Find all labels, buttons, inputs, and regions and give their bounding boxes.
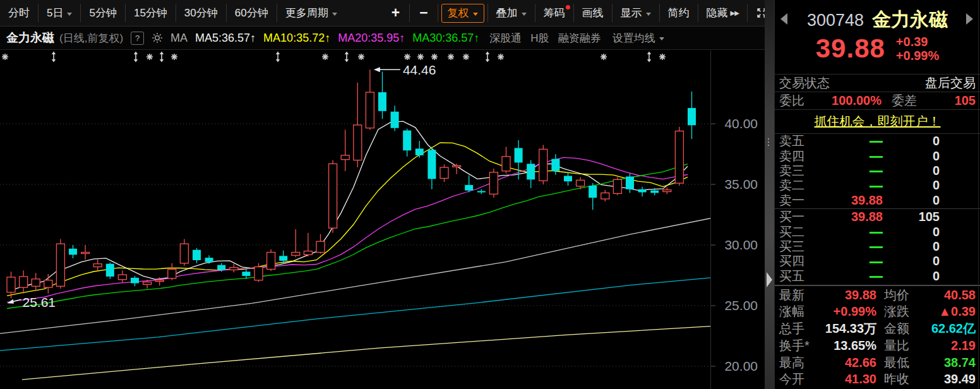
empty-price-dash bbox=[869, 276, 883, 278]
candle-down bbox=[217, 265, 225, 270]
price-axis-label: 35.00 bbox=[712, 177, 758, 192]
stat-row: 涨幅+0.99%涨跌▲0.39 bbox=[775, 304, 980, 321]
candle-up bbox=[601, 193, 609, 199]
bid-price bbox=[812, 269, 883, 284]
stat-row: 总手154.33万金额62.62亿 bbox=[775, 320, 980, 337]
bid-volume: 0 bbox=[883, 254, 940, 268]
ask-price: 39.88 bbox=[812, 193, 883, 208]
candle-down bbox=[106, 264, 114, 277]
bid-volume: 105 bbox=[883, 210, 940, 224]
prev-stock-arrow-icon[interactable] bbox=[780, 13, 787, 25]
event-updown-icon bbox=[160, 52, 164, 55]
ask-volume: 0 bbox=[883, 164, 940, 178]
panel-splitter[interactable] bbox=[765, 0, 774, 389]
candle-down bbox=[415, 148, 424, 155]
candle-up bbox=[44, 280, 52, 288]
candle-up bbox=[613, 179, 621, 193]
next-stock-arrow-icon[interactable] bbox=[966, 13, 973, 25]
stat-value: 42.66 bbox=[818, 356, 876, 370]
stat-label: 涨幅 bbox=[779, 303, 818, 320]
candle-down bbox=[551, 159, 559, 171]
stat-label: 换手* bbox=[779, 337, 818, 354]
event-updown-icon bbox=[134, 59, 138, 63]
ask-volume: 0 bbox=[883, 134, 940, 148]
candle-up bbox=[354, 125, 362, 160]
candle-up bbox=[316, 241, 325, 252]
empty-price-dash bbox=[869, 232, 883, 234]
annotation-arrow bbox=[374, 67, 380, 72]
candle-up bbox=[292, 253, 300, 256]
splitter-grip-icon bbox=[767, 138, 771, 148]
candle-down bbox=[688, 108, 696, 125]
stat-value: 154.33万 bbox=[818, 320, 876, 337]
stat-label: 最高 bbox=[779, 354, 818, 371]
empty-price-dash bbox=[869, 141, 883, 143]
candlestick-chart[interactable]: 44.4625.61 bbox=[0, 0, 765, 389]
candle-up bbox=[230, 268, 238, 270]
stat-row: 最新39.88均价40.58 bbox=[775, 287, 980, 304]
commission-row: 委比 100.00% 委差 105 bbox=[775, 92, 980, 109]
candle-up bbox=[675, 131, 683, 184]
weibi-label: 委比 bbox=[779, 92, 811, 109]
candle-up bbox=[20, 277, 28, 287]
stat-value: 40.58 bbox=[922, 288, 976, 302]
candle-up bbox=[56, 244, 64, 286]
candle-up bbox=[440, 167, 448, 178]
empty-price-dash bbox=[869, 246, 883, 248]
ask-price bbox=[812, 134, 883, 148]
candle-down bbox=[403, 131, 411, 151]
stats-divider bbox=[775, 285, 980, 286]
bid-row: 买三0 bbox=[775, 239, 980, 254]
candle-up bbox=[453, 165, 461, 167]
bid-label: 买五 bbox=[779, 268, 812, 285]
candle-down bbox=[589, 186, 597, 198]
price-axis-label: 40.00 bbox=[712, 116, 758, 131]
ma30-line bbox=[7, 164, 688, 309]
empty-price-dash bbox=[869, 156, 883, 158]
event-updown-icon bbox=[276, 52, 280, 55]
ask-volume: 0 bbox=[883, 178, 940, 193]
stats-grid: 最新39.88均价40.58涨幅+0.99%涨跌▲0.39总手154.33万金额… bbox=[775, 287, 980, 388]
stat-value: 39.88 bbox=[818, 288, 876, 302]
candle-up bbox=[254, 267, 263, 280]
candle-up bbox=[341, 155, 349, 160]
stat-value: 39.49 bbox=[922, 372, 976, 386]
candle-down bbox=[427, 150, 436, 179]
stat-label: 涨跌 bbox=[884, 303, 922, 320]
ask-price bbox=[812, 149, 883, 164]
last-price: 39.88 bbox=[816, 33, 885, 64]
candle-up bbox=[143, 282, 152, 285]
stat-value: ▲0.39 bbox=[922, 304, 976, 319]
high-annotation: 44.46 bbox=[403, 63, 436, 77]
trade-status-row: 交易状态 盘后交易 bbox=[775, 74, 980, 92]
stat-row: 换手*13.65%量比2.19 bbox=[775, 337, 980, 354]
quote-header: 300748 金力永磁 39.88 +0.39 +0.99% bbox=[775, 0, 980, 74]
stat-label: 金额 bbox=[884, 320, 922, 337]
candle-down bbox=[465, 185, 473, 191]
ma20-line bbox=[7, 157, 688, 302]
bid-volume: 0 bbox=[883, 225, 940, 239]
price-axis-label: 20.00 bbox=[712, 359, 758, 374]
candle-down bbox=[527, 164, 535, 179]
stock-name: 金力永磁 bbox=[872, 7, 948, 33]
candle-down bbox=[242, 272, 250, 276]
candle-up bbox=[539, 149, 547, 181]
candle-down bbox=[650, 191, 659, 193]
candle-down bbox=[638, 189, 647, 193]
candle-down bbox=[477, 191, 486, 193]
candle-up bbox=[7, 277, 15, 292]
empty-price-dash bbox=[869, 261, 883, 263]
event-updown-icon bbox=[52, 59, 56, 63]
stat-row: 最高42.66最低38.74 bbox=[775, 354, 980, 371]
trade-status-value: 盘后交易 bbox=[925, 75, 976, 92]
ask-volume: 0 bbox=[883, 193, 940, 208]
quote-panel: 300748 金力永磁 39.88 +0.39 +0.99% 交易状态 盘后交易… bbox=[774, 0, 980, 389]
open-account-link[interactable]: 抓住机会，即刻开户！ bbox=[815, 113, 941, 130]
ask-volume: 0 bbox=[883, 149, 940, 164]
candle-up bbox=[93, 264, 102, 267]
bid-volume: 0 bbox=[883, 239, 940, 254]
event-updown-icon bbox=[486, 59, 489, 63]
stat-value: 38.74 bbox=[922, 356, 976, 370]
candle-up bbox=[81, 253, 90, 254]
stat-value: 62.62亿 bbox=[922, 320, 976, 337]
